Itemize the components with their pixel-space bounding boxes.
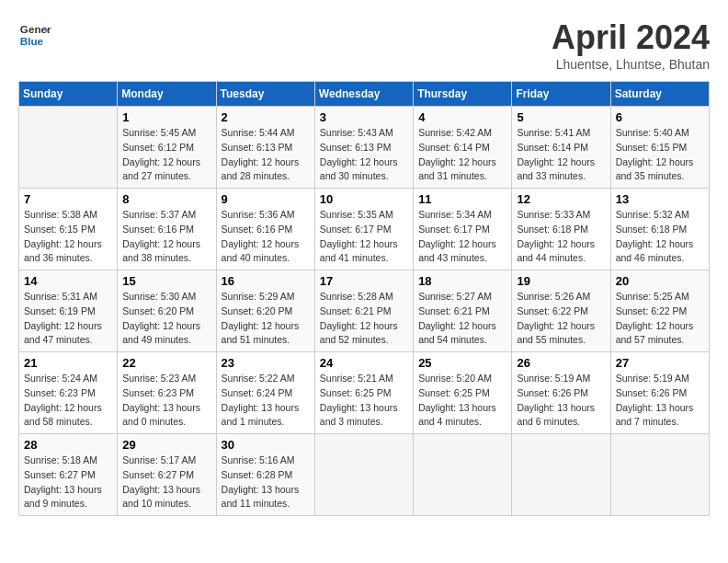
day-info: Sunrise: 5:19 AMSunset: 6:26 PMDaylight:… — [517, 372, 605, 430]
day-number: 1 — [122, 110, 210, 124]
calendar-day-cell: 23Sunrise: 5:22 AMSunset: 6:24 PMDayligh… — [216, 352, 314, 434]
day-info: Sunrise: 5:40 AMSunset: 6:15 PMDaylight:… — [616, 126, 704, 184]
day-number: 4 — [418, 110, 506, 124]
month-title: April 2024 — [552, 18, 710, 57]
weekday-header-cell: Saturday — [610, 82, 709, 107]
day-number: 26 — [517, 356, 605, 370]
weekday-header-row: SundayMondayTuesdayWednesdayThursdayFrid… — [19, 82, 710, 107]
calendar-table: SundayMondayTuesdayWednesdayThursdayFrid… — [18, 81, 710, 516]
calendar-day-cell: 21Sunrise: 5:24 AMSunset: 6:23 PMDayligh… — [19, 352, 118, 434]
day-number: 7 — [24, 192, 112, 206]
day-number: 8 — [122, 192, 210, 206]
day-number: 30 — [222, 438, 310, 452]
calendar-day-cell: 11Sunrise: 5:34 AMSunset: 6:17 PMDayligh… — [414, 189, 512, 270]
location-subtitle: Lhuentse, Lhuntse, Bhutan — [552, 57, 710, 72]
day-number: 17 — [320, 274, 408, 288]
calendar-day-cell: 25Sunrise: 5:20 AMSunset: 6:25 PMDayligh… — [414, 352, 512, 434]
day-info: Sunrise: 5:22 AMSunset: 6:24 PMDaylight:… — [222, 372, 310, 430]
weekday-header-cell: Friday — [512, 82, 610, 107]
day-number: 13 — [616, 192, 704, 206]
svg-text:Blue: Blue — [20, 35, 44, 47]
calendar-day-cell: 28Sunrise: 5:18 AMSunset: 6:27 PMDayligh… — [19, 434, 118, 516]
day-info: Sunrise: 5:21 AMSunset: 6:25 PMDaylight:… — [320, 372, 408, 430]
day-info: Sunrise: 5:37 AMSunset: 6:16 PMDaylight:… — [122, 208, 210, 266]
day-number: 9 — [222, 192, 310, 206]
day-info: Sunrise: 5:30 AMSunset: 6:20 PMDaylight:… — [122, 290, 210, 348]
calendar-day-cell: 26Sunrise: 5:19 AMSunset: 6:26 PMDayligh… — [512, 352, 610, 434]
day-number: 14 — [24, 274, 112, 288]
calendar-day-cell — [19, 107, 118, 189]
calendar-body: 1Sunrise: 5:45 AMSunset: 6:12 PMDaylight… — [19, 107, 710, 516]
weekday-header-cell: Sunday — [19, 82, 118, 107]
day-number: 3 — [320, 110, 408, 124]
day-number: 27 — [616, 356, 704, 370]
calendar-day-cell: 8Sunrise: 5:37 AMSunset: 6:16 PMDaylight… — [118, 189, 216, 270]
calendar-day-cell: 4Sunrise: 5:42 AMSunset: 6:14 PMDaylight… — [414, 107, 512, 189]
day-info: Sunrise: 5:23 AMSunset: 6:23 PMDaylight:… — [122, 372, 210, 430]
day-info: Sunrise: 5:24 AMSunset: 6:23 PMDaylight:… — [24, 372, 112, 430]
day-number: 15 — [122, 274, 210, 288]
calendar-day-cell: 18Sunrise: 5:27 AMSunset: 6:21 PMDayligh… — [414, 270, 512, 352]
calendar-day-cell: 14Sunrise: 5:31 AMSunset: 6:19 PMDayligh… — [19, 270, 118, 352]
day-info: Sunrise: 5:38 AMSunset: 6:15 PMDaylight:… — [24, 208, 112, 266]
day-info: Sunrise: 5:25 AMSunset: 6:22 PMDaylight:… — [616, 290, 704, 348]
calendar-day-cell: 22Sunrise: 5:23 AMSunset: 6:23 PMDayligh… — [118, 352, 216, 434]
weekday-header-cell: Thursday — [414, 82, 512, 107]
day-number: 21 — [24, 356, 112, 370]
day-number: 29 — [122, 438, 210, 452]
day-info: Sunrise: 5:18 AMSunset: 6:27 PMDaylight:… — [24, 454, 112, 511]
day-number: 6 — [616, 110, 704, 124]
day-info: Sunrise: 5:42 AMSunset: 6:14 PMDaylight:… — [418, 126, 506, 184]
day-number: 5 — [517, 110, 605, 124]
day-info: Sunrise: 5:28 AMSunset: 6:21 PMDaylight:… — [320, 290, 408, 348]
calendar-day-cell — [414, 434, 512, 516]
weekday-header-cell: Monday — [118, 82, 216, 107]
day-info: Sunrise: 5:19 AMSunset: 6:26 PMDaylight:… — [616, 372, 704, 430]
day-number: 2 — [222, 110, 310, 124]
day-info: Sunrise: 5:35 AMSunset: 6:17 PMDaylight:… — [320, 208, 408, 266]
calendar-day-cell: 12Sunrise: 5:33 AMSunset: 6:18 PMDayligh… — [512, 189, 610, 270]
calendar-day-cell: 16Sunrise: 5:29 AMSunset: 6:20 PMDayligh… — [216, 270, 314, 352]
calendar-day-cell: 2Sunrise: 5:44 AMSunset: 6:13 PMDaylight… — [216, 107, 314, 189]
svg-text:General: General — [20, 23, 51, 35]
day-info: Sunrise: 5:20 AMSunset: 6:25 PMDaylight:… — [418, 372, 506, 430]
day-info: Sunrise: 5:32 AMSunset: 6:18 PMDaylight:… — [616, 208, 704, 266]
calendar-day-cell: 27Sunrise: 5:19 AMSunset: 6:26 PMDayligh… — [610, 352, 709, 434]
day-info: Sunrise: 5:17 AMSunset: 6:27 PMDaylight:… — [122, 454, 210, 511]
day-info: Sunrise: 5:16 AMSunset: 6:28 PMDaylight:… — [222, 454, 310, 511]
calendar-week-row: 7Sunrise: 5:38 AMSunset: 6:15 PMDaylight… — [19, 189, 710, 270]
calendar-day-cell: 7Sunrise: 5:38 AMSunset: 6:15 PMDaylight… — [19, 189, 118, 270]
calendar-day-cell: 10Sunrise: 5:35 AMSunset: 6:17 PMDayligh… — [314, 189, 413, 270]
calendar-day-cell: 15Sunrise: 5:30 AMSunset: 6:20 PMDayligh… — [118, 270, 216, 352]
calendar-day-cell: 1Sunrise: 5:45 AMSunset: 6:12 PMDaylight… — [118, 107, 216, 189]
weekday-header-cell: Wednesday — [314, 82, 413, 107]
calendar-day-cell: 29Sunrise: 5:17 AMSunset: 6:27 PMDayligh… — [118, 434, 216, 516]
calendar-day-cell: 30Sunrise: 5:16 AMSunset: 6:28 PMDayligh… — [216, 434, 314, 516]
calendar-day-cell — [512, 434, 610, 516]
calendar-week-row: 21Sunrise: 5:24 AMSunset: 6:23 PMDayligh… — [19, 352, 710, 434]
day-number: 22 — [122, 356, 210, 370]
logo-icon: General Blue — [18, 18, 51, 52]
calendar-day-cell: 6Sunrise: 5:40 AMSunset: 6:15 PMDaylight… — [610, 107, 709, 189]
day-info: Sunrise: 5:31 AMSunset: 6:19 PMDaylight:… — [24, 290, 112, 348]
day-number: 20 — [616, 274, 704, 288]
calendar-day-cell — [314, 434, 413, 516]
calendar-day-cell: 13Sunrise: 5:32 AMSunset: 6:18 PMDayligh… — [610, 189, 709, 270]
day-info: Sunrise: 5:36 AMSunset: 6:16 PMDaylight:… — [222, 208, 310, 266]
calendar-day-cell: 19Sunrise: 5:26 AMSunset: 6:22 PMDayligh… — [512, 270, 610, 352]
calendar-day-cell: 20Sunrise: 5:25 AMSunset: 6:22 PMDayligh… — [610, 270, 709, 352]
day-number: 18 — [418, 274, 506, 288]
day-info: Sunrise: 5:45 AMSunset: 6:12 PMDaylight:… — [122, 126, 210, 184]
calendar-day-cell: 3Sunrise: 5:43 AMSunset: 6:13 PMDaylight… — [314, 107, 413, 189]
title-block: April 2024 Lhuentse, Lhuntse, Bhutan — [552, 18, 710, 72]
day-number: 16 — [222, 274, 310, 288]
day-number: 11 — [418, 192, 506, 206]
calendar-day-cell — [610, 434, 709, 516]
calendar-week-row: 1Sunrise: 5:45 AMSunset: 6:12 PMDaylight… — [19, 107, 710, 189]
day-number: 19 — [517, 274, 605, 288]
calendar-week-row: 14Sunrise: 5:31 AMSunset: 6:19 PMDayligh… — [19, 270, 710, 352]
day-info: Sunrise: 5:29 AMSunset: 6:20 PMDaylight:… — [222, 290, 310, 348]
day-info: Sunrise: 5:41 AMSunset: 6:14 PMDaylight:… — [517, 126, 605, 184]
day-number: 10 — [320, 192, 408, 206]
calendar-day-cell: 5Sunrise: 5:41 AMSunset: 6:14 PMDaylight… — [512, 107, 610, 189]
